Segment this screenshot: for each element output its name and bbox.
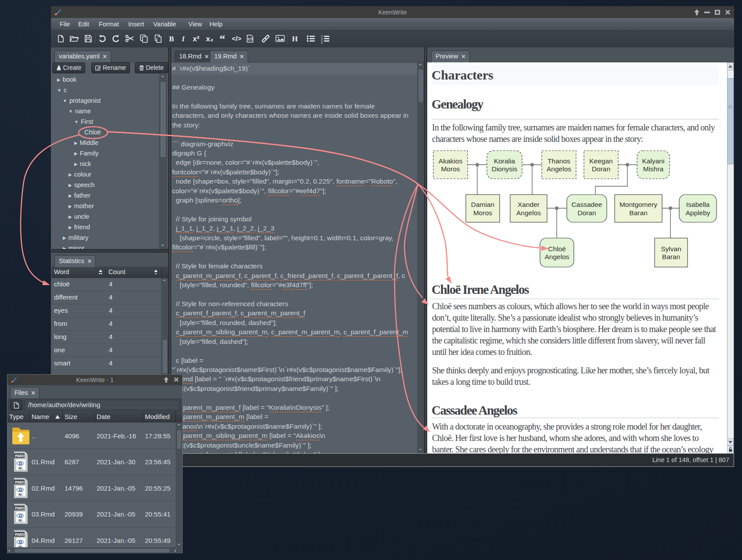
svg-text:Doran: Doran (592, 165, 610, 173)
svg-text:Cassadee: Cassadee (572, 201, 602, 208)
svg-text:Angelos: Angelos (544, 253, 569, 260)
svg-text:Doran: Doran (577, 209, 596, 217)
svg-text:Moros: Moros (441, 165, 460, 173)
svg-text:Xander: Xander (518, 201, 540, 208)
svg-text:Sylvan: Sylvan (661, 245, 681, 253)
svg-text:Appleby: Appleby (685, 209, 710, 217)
svg-text:Angelos: Angelos (547, 165, 571, 173)
svg-text:RMD: RMD (15, 506, 25, 510)
svg-text:1: 1 (321, 35, 323, 38)
svg-text:M↓: M↓ (18, 466, 24, 470)
svg-text:Baran: Baran (629, 209, 647, 217)
svg-text:Akakios: Akakios (439, 157, 463, 165)
svg-text:3: 3 (321, 41, 323, 44)
svg-text:M↓: M↓ (18, 492, 24, 497)
svg-text:Chloë: Chloë (548, 245, 566, 253)
svg-text:RMD: RMD (15, 453, 25, 458)
svg-text:RMD: RMD (15, 532, 25, 537)
svg-text:Mishra: Mishra (643, 165, 664, 173)
svg-text:Damian: Damian (471, 201, 494, 208)
svg-text:Moros: Moros (473, 209, 492, 217)
svg-text:Angelos: Angelos (516, 209, 541, 217)
svg-text:Isabella: Isabella (686, 201, 710, 208)
svg-text:Baran: Baran (662, 253, 680, 260)
svg-text:Koralia: Koralia (494, 157, 515, 165)
svg-text:Dionysis: Dionysis (492, 165, 518, 173)
svg-text:M↓: M↓ (18, 518, 24, 523)
svg-text:RMD: RMD (15, 480, 25, 484)
svg-text:Montgomery: Montgomery (620, 201, 657, 208)
svg-text:Thanos: Thanos (547, 157, 570, 165)
svg-text:Keegan: Keegan (589, 157, 612, 165)
svg-text:Kalyani: Kalyani (642, 157, 665, 165)
svg-text:2: 2 (321, 38, 323, 41)
